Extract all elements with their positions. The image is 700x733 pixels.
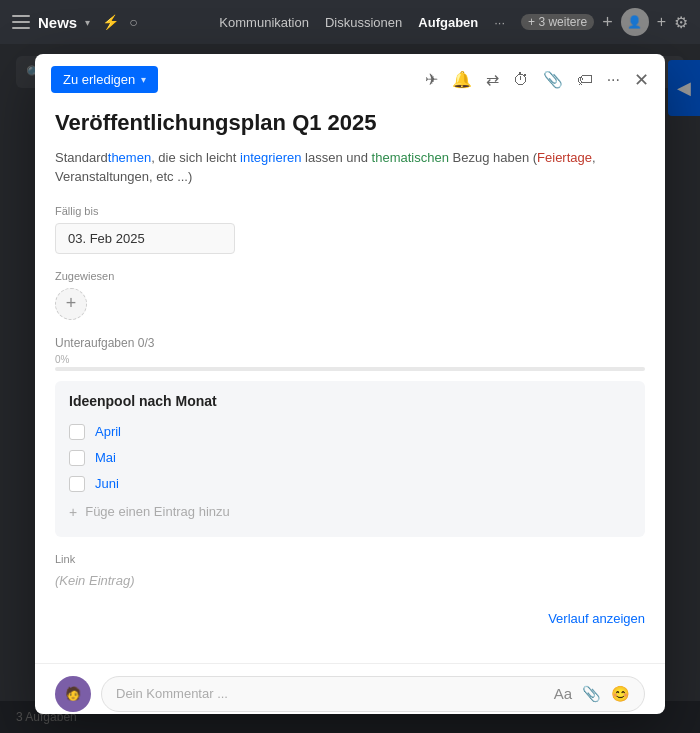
- due-date-input[interactable]: [55, 223, 235, 254]
- settings-btn[interactable]: ⚙: [674, 13, 688, 32]
- subtask-checkbox-april[interactable]: [69, 424, 85, 440]
- modal-action-bar: Zu erledigen ▾ ✈ 🔔 ⇄ ⏱ 📎 🏷 ··· ✕: [35, 54, 665, 93]
- font-size-icon[interactable]: Aa: [554, 685, 572, 702]
- assign-button[interactable]: +: [55, 288, 87, 320]
- commenter-avatar-img: 🧑: [65, 686, 81, 701]
- topnav: News ▾ ⚡ ○ Kommunikation Diskussionen Au…: [0, 0, 700, 44]
- more-dots-icon[interactable]: ···: [607, 71, 620, 89]
- comment-icons: Aa 📎 😊: [554, 685, 630, 703]
- zu-erledigen-label: Zu erledigen: [63, 72, 135, 87]
- comment-area: 🧑 Dein Kommentar ... Aa 📎 😊: [35, 663, 665, 714]
- bell-icon[interactable]: 🔔: [452, 70, 472, 89]
- subtasks-header: Unteraufgaben 0/3: [55, 336, 645, 350]
- send-icon[interactable]: ✈: [425, 70, 438, 89]
- close-icon[interactable]: ✕: [634, 69, 649, 91]
- history-link-container: Verlauf anzeigen: [55, 609, 645, 627]
- user-avatar[interactable]: 👤: [621, 8, 649, 36]
- clock-icon[interactable]: ⏱: [513, 71, 529, 89]
- subtask-add-row[interactable]: + Füge einen Eintrag hinzu: [69, 499, 631, 525]
- task-modal: Zu erledigen ▾ ✈ 🔔 ⇄ ⏱ 📎 🏷 ··· ✕ Veröffe…: [35, 54, 665, 714]
- nav-links: Kommunikation Diskussionen Aufgaben ··· …: [219, 14, 594, 30]
- assign-plus-icon: +: [66, 293, 77, 314]
- desc-highlight-2: integrieren: [240, 150, 301, 165]
- zu-erledigen-chevron: ▾: [141, 74, 146, 85]
- emoji-icon[interactable]: 😊: [611, 685, 630, 703]
- comment-input-wrap[interactable]: Dein Kommentar ... Aa 📎 😊: [101, 676, 645, 712]
- link-section: Link (Kein Eintrag): [55, 553, 645, 589]
- subtask-checkbox-juni[interactable]: [69, 476, 85, 492]
- due-date-group: Fällig bis: [55, 205, 645, 254]
- nav-quick-icons: ⚡ ○: [102, 14, 137, 30]
- desc-highlight-1: themen: [108, 150, 151, 165]
- link-label: Link: [55, 553, 645, 565]
- zu-erledigen-button[interactable]: Zu erledigen ▾: [51, 66, 158, 93]
- nav-link-aufgaben[interactable]: Aufgaben: [418, 15, 478, 30]
- nav-icon-2[interactable]: ○: [129, 14, 137, 30]
- assigned-group: Zugewiesen +: [55, 270, 645, 320]
- comment-placeholder: Dein Kommentar ...: [116, 686, 228, 701]
- nav-more-dots[interactable]: ···: [494, 15, 505, 30]
- desc-highlight-4: Feiertage: [537, 150, 592, 165]
- subtask-add-icon: +: [69, 504, 77, 520]
- subtask-label-april: April: [95, 424, 121, 439]
- task-description: Standardthemen, die sich leicht integrie…: [55, 148, 645, 187]
- history-link[interactable]: Verlauf anzeigen: [548, 611, 645, 626]
- attachment-icon[interactable]: 📎: [543, 70, 563, 89]
- due-label: Fällig bis: [55, 205, 645, 217]
- progress-pct: 0%: [55, 354, 645, 365]
- subtask-label-mai: Mai: [95, 450, 116, 465]
- tag-icon[interactable]: 🏷: [577, 71, 593, 89]
- commenter-avatar: 🧑: [55, 676, 91, 712]
- nav-add-btn[interactable]: +: [602, 12, 613, 33]
- subtasks-count: 0/3: [138, 336, 155, 350]
- move-icon[interactable]: ⇄: [486, 70, 499, 89]
- avatar-initials: 👤: [627, 15, 642, 29]
- subtasks-text: Unteraufgaben: [55, 336, 134, 350]
- subtask-item-april: April: [69, 419, 631, 445]
- assigned-label: Zugewiesen: [55, 270, 645, 282]
- subtasks-label: Unteraufgaben 0/3: [55, 336, 154, 350]
- app-title: News: [38, 14, 77, 31]
- subtask-label-juni: Juni: [95, 476, 119, 491]
- nav-link-kommunikation[interactable]: Kommunikation: [219, 15, 309, 30]
- nav-more-badge[interactable]: + 3 weitere: [521, 14, 594, 30]
- task-title: Veröffentlichungsplan Q1 2025: [55, 109, 645, 138]
- modal-body: Veröffentlichungsplan Q1 2025 Standardth…: [35, 93, 665, 663]
- subtask-checkbox-mai[interactable]: [69, 450, 85, 466]
- link-empty: (Kein Eintrag): [55, 573, 134, 588]
- subtask-item-juni: Juni: [69, 471, 631, 497]
- modal-overlay: Zu erledigen ▾ ✈ 🔔 ⇄ ⏱ 📎 🏷 ··· ✕ Veröffe…: [0, 44, 700, 733]
- attach-icon[interactable]: 📎: [582, 685, 601, 703]
- modal-toolbar: ✈ 🔔 ⇄ ⏱ 📎 🏷 ··· ✕: [425, 69, 649, 91]
- nav-link-diskussionen[interactable]: Diskussionen: [325, 15, 402, 30]
- subtasks-list: Ideenpool nach Monat April Mai Juni + Fü…: [55, 381, 645, 537]
- desc-highlight-3: thematischen: [372, 150, 449, 165]
- subtasks-list-title: Ideenpool nach Monat: [69, 393, 631, 409]
- progress-bar: [55, 367, 645, 371]
- hamburger-menu[interactable]: [12, 15, 30, 29]
- avatar-add-btn[interactable]: +: [657, 13, 666, 31]
- nav-icon-1[interactable]: ⚡: [102, 14, 119, 30]
- subtask-add-label: Füge einen Eintrag hinzu: [85, 504, 230, 519]
- title-chevron[interactable]: ▾: [85, 17, 90, 28]
- subtask-item-mai: Mai: [69, 445, 631, 471]
